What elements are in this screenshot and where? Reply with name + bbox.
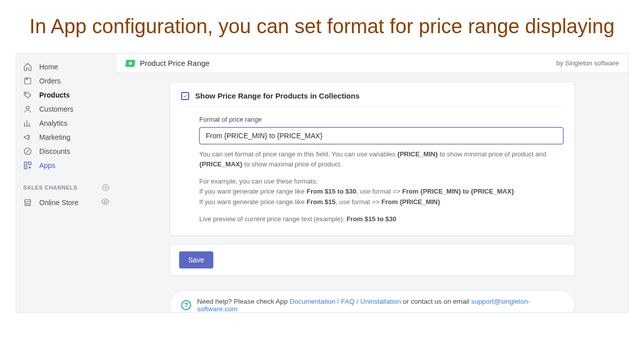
app-window: Home Orders Products Customers Analytics…	[16, 53, 628, 313]
sidebar-item-online-store[interactable]: Online Store	[16, 195, 117, 210]
settings-card: Show Price Range for Products in Collect…	[170, 82, 575, 236]
home-icon	[23, 62, 32, 71]
sidebar-item-apps[interactable]: Apps	[16, 158, 117, 172]
sidebar-item-label: Home	[39, 63, 58, 71]
help-text-fragment: or contact us on email	[401, 298, 471, 305]
help-text-fragment: , use format =>	[336, 198, 381, 206]
example-format: From {PRICE_MIN} to {PRICE_MAX}	[402, 188, 514, 195]
svg-point-2	[26, 106, 29, 109]
help-text-fragment: , use format =>	[356, 188, 402, 195]
sidebar-item-marketing[interactable]: Marketing	[16, 130, 117, 144]
sales-channels-label: SALES CHANNELS	[23, 185, 77, 191]
main: Product Price Range by Singleton softwar…	[117, 54, 628, 312]
content: Show Price Range for Products in Collect…	[117, 73, 628, 312]
question-icon: ?	[181, 300, 191, 310]
save-button[interactable]: Save	[179, 251, 213, 268]
sales-channels-header: SALES CHANNELS	[16, 172, 117, 195]
sidebar-item-products[interactable]: Products	[16, 88, 117, 102]
svg-rect-6	[24, 166, 27, 169]
sidebar-item-discounts[interactable]: Discounts	[16, 144, 117, 158]
megaphone-icon	[23, 133, 32, 142]
tag-icon	[23, 90, 32, 100]
sidebar-item-label: Orders	[39, 77, 61, 85]
variable-token: {PRICE_MIN}	[397, 150, 438, 158]
apps-icon	[23, 161, 32, 170]
format-input[interactable]	[199, 127, 564, 144]
help-text-fragment: For example, you can use these formats:	[199, 177, 318, 185]
store-icon	[23, 198, 32, 207]
topbar: Product Price Range by Singleton softwar…	[117, 54, 628, 73]
preview-value: From $15 to $30	[347, 215, 396, 223]
sidebar-item-label: Products	[39, 91, 70, 99]
percent-icon	[23, 147, 32, 156]
svg-point-1	[25, 93, 26, 94]
example-sample: From $15 to $30	[306, 188, 356, 195]
add-channel-button[interactable]	[102, 184, 110, 192]
help-text-fragment: to show maximal price of product.	[243, 160, 342, 168]
sidebar-item-label: Discounts	[39, 147, 70, 155]
vendor-label: by Singleton software	[556, 59, 619, 67]
sidebar-item-label: Online Store	[39, 199, 78, 207]
sidebar-item-customers[interactable]: Customers	[16, 102, 117, 116]
docs-link[interactable]: Documentation / FAQ / Uninstallation	[290, 298, 401, 305]
help-text-fragment: to show minimal price of product and	[438, 150, 546, 158]
help-bar: ? Need help? Please check App Documentat…	[170, 290, 575, 312]
sidebar-item-home[interactable]: Home	[16, 60, 117, 74]
user-icon	[23, 105, 32, 114]
orders-icon	[23, 76, 32, 85]
sidebar-item-label: Customers	[39, 105, 73, 113]
sidebar-item-orders[interactable]: Orders	[16, 74, 117, 88]
help-text-fragment: You can set format of price range in thi…	[199, 150, 397, 158]
card-title: Show Price Range for Products in Collect…	[195, 92, 360, 100]
sidebar-item-label: Marketing	[39, 133, 70, 141]
variable-token: {PRICE_MAX}	[199, 160, 243, 168]
help-text-fragment: If you want generate price range like	[199, 188, 306, 195]
help-text-fragment: Need help? Please check App	[197, 298, 290, 305]
chart-icon	[23, 119, 32, 128]
sidebar: Home Orders Products Customers Analytics…	[16, 54, 117, 312]
svg-rect-4	[24, 162, 27, 164]
save-card: Save	[170, 244, 575, 276]
app-title: Product Price Range	[140, 59, 209, 67]
help-text: You can set format of price range in thi…	[181, 144, 564, 224]
help-text-fragment: If you want generate price range like	[199, 198, 306, 206]
sidebar-item-label: Apps	[39, 161, 55, 169]
page-banner: In App configuration, you can set format…	[0, 0, 644, 48]
show-range-checkbox[interactable]	[181, 92, 189, 100]
view-icon[interactable]	[101, 197, 110, 208]
sidebar-item-analytics[interactable]: Analytics	[16, 116, 117, 130]
sidebar-item-label: Analytics	[39, 119, 67, 127]
field-label: Format of price range	[199, 116, 564, 123]
svg-rect-5	[29, 162, 31, 164]
example-format: From {PRICE_MIN}	[381, 198, 440, 206]
svg-point-8	[104, 201, 107, 203]
money-icon	[125, 60, 135, 67]
example-sample: From $15	[306, 198, 336, 206]
preview-label: Live preview of current price range text…	[199, 215, 347, 223]
